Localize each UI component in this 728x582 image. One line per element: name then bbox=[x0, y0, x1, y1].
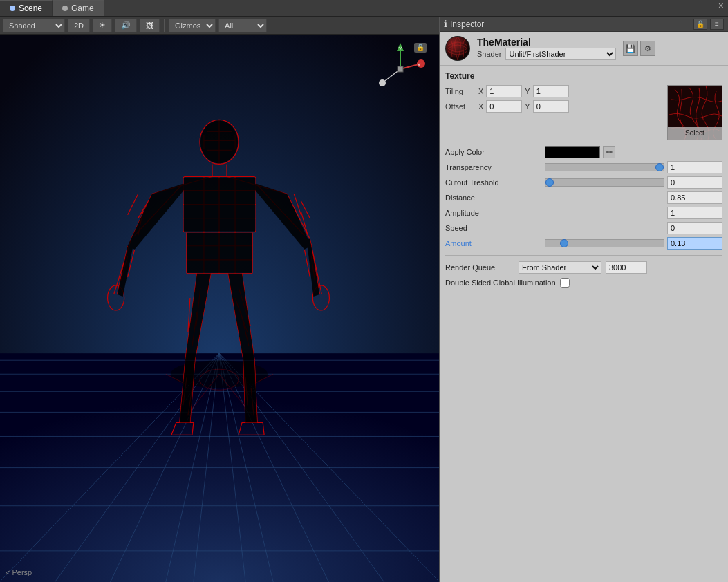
material-icon bbox=[445, 36, 470, 61]
scene-panel-close[interactable]: × bbox=[714, 0, 728, 16]
texture-select-button[interactable]: Select bbox=[668, 127, 722, 140]
apply-color-row: Apply Color ✏ bbox=[445, 146, 722, 158]
cutout-slider[interactable] bbox=[545, 178, 664, 187]
double-sided-checkbox[interactable] bbox=[560, 278, 570, 288]
tiling-x-input[interactable] bbox=[486, 85, 522, 97]
scene-toolbar: Shaded Wireframe 2D ☀ 🔊 🖼 Gizmos All bbox=[0, 17, 439, 35]
render-queue-select[interactable]: From Shader Background Geometry Transpar… bbox=[519, 261, 601, 274]
texture-settings: Tiling X Y Offset X Y bbox=[445, 85, 662, 140]
svg-text:🔒: 🔒 bbox=[416, 43, 425, 52]
svg-text:Y: Y bbox=[398, 46, 402, 52]
shader-row: Shader Unlit/FirstShader Standard bbox=[477, 48, 616, 60]
scene-tab-dot bbox=[10, 6, 15, 11]
perspective-label: < Persp bbox=[6, 568, 32, 576]
tiling-y-label: Y bbox=[525, 87, 530, 95]
image-button[interactable]: 🖼 bbox=[140, 19, 160, 32]
inspector-body: Texture Tiling X Y Offset X Y bbox=[440, 66, 728, 582]
svg-rect-91 bbox=[184, 178, 255, 232]
viewport-gizmo: X Y 🔒 bbox=[373, 41, 428, 97]
inspector-title: Inspector bbox=[450, 19, 691, 29]
material-actions: 💾 ⚙ bbox=[623, 41, 655, 56]
tiling-x-label: X bbox=[478, 87, 483, 95]
material-settings-button[interactable]: ⚙ bbox=[640, 41, 655, 56]
material-name: TheMaterial bbox=[477, 37, 616, 48]
audio-button[interactable]: 🔊 bbox=[115, 19, 137, 32]
offset-x-label: X bbox=[478, 102, 483, 111]
transparency-value[interactable] bbox=[667, 161, 722, 173]
inspector-header: ℹ Inspector 🔒 ≡ bbox=[440, 17, 728, 32]
texture-section-label: Texture bbox=[445, 71, 722, 81]
offset-row: Offset X Y bbox=[445, 100, 662, 113]
amount-slider[interactable] bbox=[545, 239, 664, 247]
amplitude-value[interactable] bbox=[667, 207, 722, 219]
scene-viewport: X Y 🔒 < Persp bbox=[0, 35, 439, 582]
double-sided-row: Double Sided Global Illumination bbox=[445, 278, 722, 288]
scene-canvas bbox=[0, 35, 439, 582]
main-area: Shaded Wireframe 2D ☀ 🔊 🖼 Gizmos All bbox=[0, 17, 728, 582]
svg-text:X: X bbox=[417, 62, 421, 68]
tab-game[interactable]: Game bbox=[53, 0, 104, 16]
all-select[interactable]: All bbox=[218, 19, 267, 32]
shader-select[interactable]: Unlit/FirstShader Standard bbox=[505, 48, 616, 60]
distance-label: Distance bbox=[445, 194, 542, 202]
gizmos-select[interactable]: Gizmos bbox=[169, 19, 216, 32]
inspector-divider bbox=[445, 255, 722, 256]
tab-scene[interactable]: Scene bbox=[0, 0, 53, 16]
render-queue-value[interactable] bbox=[606, 261, 647, 274]
cutout-value[interactable] bbox=[667, 176, 722, 189]
color-picker-icon[interactable]: ✏ bbox=[603, 146, 615, 158]
double-sided-label: Double Sided Global Illumination bbox=[445, 279, 556, 287]
tab-spacer bbox=[104, 0, 714, 16]
inspector-lock-button[interactable]: 🔒 bbox=[693, 19, 707, 30]
offset-y-input[interactable] bbox=[533, 100, 569, 113]
transparency-slider[interactable] bbox=[545, 163, 664, 171]
top-tab-bar: Scene Game × bbox=[0, 0, 728, 17]
svg-point-112 bbox=[446, 37, 469, 60]
material-save-button[interactable]: 💾 bbox=[623, 41, 638, 56]
inspector-header-actions: 🔒 ≡ bbox=[693, 19, 724, 30]
amplitude-label: Amplitude bbox=[445, 209, 542, 217]
apply-color-label: Apply Color bbox=[445, 148, 542, 156]
inspector-panel: ℹ Inspector 🔒 ≡ bbox=[439, 17, 728, 582]
toolbar-separator bbox=[164, 19, 165, 32]
game-tab-dot bbox=[62, 6, 68, 11]
amount-value[interactable] bbox=[667, 237, 722, 250]
render-queue-row: Render Queue From Shader Background Geom… bbox=[445, 261, 722, 274]
scene-tab-label: Scene bbox=[19, 3, 42, 13]
render-queue-label: Render Queue bbox=[445, 263, 514, 272]
inspector-info-icon: ℹ bbox=[444, 19, 447, 29]
tiling-y-input[interactable] bbox=[533, 85, 569, 97]
distance-row: Distance bbox=[445, 191, 722, 204]
tiling-row: Tiling X Y bbox=[445, 85, 662, 97]
distance-value[interactable] bbox=[667, 191, 722, 204]
amount-row: Amount bbox=[445, 237, 722, 250]
speed-row: Speed bbox=[445, 222, 722, 234]
tiling-label: Tiling bbox=[445, 87, 476, 95]
material-header: TheMaterial Shader Unlit/FirstShader Sta… bbox=[440, 32, 728, 66]
offset-y-label: Y bbox=[525, 102, 530, 111]
svg-rect-109 bbox=[398, 66, 403, 72]
game-tab-label: Game bbox=[71, 3, 94, 13]
transparency-slider-container bbox=[545, 163, 664, 171]
offset-label: Offset bbox=[445, 102, 476, 111]
offset-x-input[interactable] bbox=[486, 100, 522, 113]
amplitude-row: Amplitude bbox=[445, 207, 722, 219]
amount-label: Amount bbox=[445, 239, 542, 247]
color-swatch[interactable] bbox=[545, 146, 600, 158]
inspector-menu-button[interactable]: ≡ bbox=[710, 19, 724, 30]
shader-label: Shader bbox=[477, 50, 501, 58]
svg-rect-92 bbox=[187, 233, 252, 273]
cutout-row: Cutout Treshold bbox=[445, 176, 722, 189]
texture-area: Tiling X Y Offset X Y bbox=[445, 85, 722, 140]
amount-slider-container bbox=[545, 239, 664, 247]
transparency-label: Transparency bbox=[445, 163, 542, 171]
transparency-row: Transparency bbox=[445, 161, 722, 173]
texture-preview: Select bbox=[667, 85, 722, 140]
2d-button[interactable]: 2D bbox=[68, 19, 90, 32]
speed-value[interactable] bbox=[667, 222, 722, 234]
scene-panel: Shaded Wireframe 2D ☀ 🔊 🖼 Gizmos All bbox=[0, 17, 439, 582]
cutout-slider-container bbox=[545, 178, 664, 187]
sun-button[interactable]: ☀ bbox=[93, 19, 112, 32]
material-info: TheMaterial Shader Unlit/FirstShader Sta… bbox=[477, 37, 616, 60]
shading-select[interactable]: Shaded Wireframe bbox=[3, 19, 65, 32]
